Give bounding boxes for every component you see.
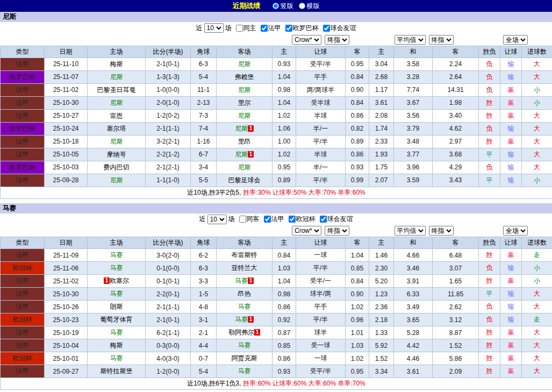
score-cell[interactable]: 1-0(0-0) (146, 83, 191, 96)
asia-final-odds-select[interactable]: 终指 (325, 35, 349, 45)
score-cell[interactable]: 2-1(2-1) (146, 161, 191, 174)
team-link[interactable]: 勒阿弗尔 (228, 329, 254, 336)
score-cell[interactable]: 4-0(3-0) (146, 352, 191, 365)
team-link[interactable]: 布雷斯特 (232, 251, 257, 259)
team-link[interactable]: 马赛 (110, 264, 123, 272)
layout-option-horizontal[interactable]: 横版 (299, 2, 320, 11)
team-link[interactable]: 尼斯 (235, 125, 248, 132)
filter-checkbox[interactable]: 法甲 (261, 215, 284, 224)
score-cell[interactable]: 6-2(1-1) (146, 326, 191, 339)
competition-cell: 法甲 (1, 58, 45, 70)
score-cell[interactable]: 3-0(2-0) (146, 249, 191, 262)
score-cell[interactable]: 2-1(0-1) (146, 313, 191, 326)
average-odds-select[interactable]: 平均值 (395, 226, 426, 236)
team-link[interactable]: 欧塞尔 (110, 277, 129, 284)
score-cell[interactable]: 0-1(0-1) (146, 275, 191, 288)
average-odds-select[interactable]: 平均值 (395, 35, 426, 45)
team-link[interactable]: 马赛 (110, 251, 123, 259)
score-cell[interactable]: 1-3(1-3) (146, 70, 191, 83)
filter-checkbox-input[interactable] (239, 216, 246, 223)
score-cell[interactable]: 3-2(2-1) (146, 135, 191, 148)
team-link[interactable]: 尼斯 (110, 99, 123, 106)
date-cell: 25-09-28 (45, 174, 88, 187)
filter-checkbox-input[interactable] (285, 25, 292, 32)
team-link[interactable]: 马赛 (238, 341, 251, 349)
team-link[interactable]: 梅斯 (110, 60, 123, 68)
team-link[interactable]: 弗赖堡 (235, 73, 254, 81)
team-link[interactable]: 马赛 (110, 329, 123, 336)
score-cell[interactable]: 2-1(1-1) (146, 301, 191, 313)
team-link[interactable]: 尼斯 (110, 73, 123, 81)
radio-horizontal-input[interactable] (299, 3, 305, 9)
team-link[interactable]: 梅斯 (110, 341, 123, 349)
full-match-select[interactable]: 全场 (503, 35, 528, 45)
radio-vertical-input[interactable] (273, 3, 279, 9)
score-cell[interactable]: 1-2(0-0) (146, 365, 191, 378)
team-link[interactable]: 马赛 (235, 277, 248, 284)
team-link[interactable]: 马赛 (238, 303, 251, 310)
team-link[interactable]: 里昂 (238, 138, 251, 145)
team-link[interactable]: 尼斯 (235, 151, 248, 158)
filter-checkbox[interactable]: 球会友谊 (320, 24, 356, 33)
score-cell[interactable]: 2-1(0-1) (146, 58, 191, 70)
team-link[interactable]: 尼斯 (238, 163, 251, 171)
odds-company-select[interactable]: Crow* (292, 226, 321, 236)
match-count-select[interactable]: 10 (204, 23, 224, 33)
team-link[interactable]: 巴黎圣日耳曼 (97, 86, 136, 94)
team-link[interactable]: 尼斯 (238, 112, 251, 119)
euro-final-odds-select[interactable]: 终指 (429, 226, 454, 236)
score-cell[interactable]: 2-1(1-1) (146, 122, 191, 135)
filter-checkbox-input[interactable] (323, 25, 330, 32)
team-link[interactable]: 摩纳哥 (107, 151, 126, 158)
team-link[interactable]: 塞尔塔 (107, 125, 126, 132)
filter-checkbox[interactable]: 同主 (233, 24, 256, 33)
filter-checkbox[interactable]: 同客 (236, 215, 260, 224)
team-link[interactable]: 尼斯 (238, 86, 251, 94)
filter-checkbox-label: 法甲 (271, 215, 284, 224)
score-cell[interactable]: 0-1(0-0) (146, 262, 191, 275)
team-link[interactable]: 里尔 (238, 99, 251, 106)
filter-checkbox-input[interactable] (289, 216, 296, 223)
team-link[interactable]: 尼斯 (238, 60, 251, 68)
team-link[interactable]: 朗斯 (110, 303, 123, 310)
score-cell[interactable]: 1-1(1-0) (146, 174, 191, 187)
odds-company-select[interactable]: Crow* (292, 35, 321, 45)
euro-odds-cell: 2.09 (433, 365, 479, 378)
score-cell[interactable]: 2-0(1-0) (146, 96, 191, 109)
filter-checkbox-input[interactable] (236, 25, 243, 32)
team-link[interactable]: 葡萄牙体育 (101, 316, 133, 323)
team-link[interactable]: 尼斯 (110, 176, 123, 184)
score-cell[interactable]: 0-3(0-0) (146, 339, 191, 352)
team-link[interactable]: 费内巴切 (104, 163, 130, 171)
team-link[interactable]: 尼斯 (110, 138, 123, 145)
team-link[interactable]: 昂热 (238, 290, 251, 297)
team-link[interactable]: 雷恩 (110, 112, 123, 119)
filter-checkbox-input[interactable] (320, 216, 327, 223)
score-cell[interactable]: 2-2(0-1) (146, 288, 191, 301)
filter-checkbox[interactable]: 球会友谊 (317, 215, 353, 224)
score-cell[interactable]: 1-2(0-2) (146, 109, 191, 122)
team-link[interactable]: 马赛 (110, 290, 123, 297)
filter-checkbox[interactable]: 欧罗巴杯 (283, 24, 319, 33)
team-link[interactable]: 马赛 (238, 367, 251, 375)
result-cell: 大 (522, 301, 552, 313)
filter-checkbox-input[interactable] (264, 216, 271, 223)
score-cell[interactable]: 2-2(1-2) (146, 148, 191, 161)
team-link[interactable]: 马赛 (235, 316, 248, 323)
asia-odds-cell: 1.02 (273, 109, 296, 122)
team-link[interactable]: 马赛 (110, 354, 123, 362)
filter-checkbox-input[interactable] (261, 25, 268, 32)
result-cell: 胜 (479, 352, 500, 365)
euro-final-odds-select[interactable]: 终指 (429, 35, 454, 45)
layout-option-vertical[interactable]: 竖版 (273, 2, 293, 11)
team-link[interactable]: 亚特兰大 (232, 264, 257, 272)
match-count-select[interactable]: 10 (207, 215, 227, 224)
team-link[interactable]: 斯特拉斯堡 (101, 367, 133, 375)
team-link[interactable]: 巴黎足球会 (228, 176, 261, 184)
asia-final-odds-select[interactable]: 终指 (325, 226, 349, 236)
filter-checkbox[interactable]: 欧冠杯 (286, 215, 316, 224)
asia-odds-cell: 1.00 (273, 135, 296, 148)
full-match-select[interactable]: 全场 (503, 226, 528, 236)
team-link[interactable]: 阿贾克斯 (232, 354, 257, 362)
filter-checkbox[interactable]: 法甲 (258, 24, 281, 33)
